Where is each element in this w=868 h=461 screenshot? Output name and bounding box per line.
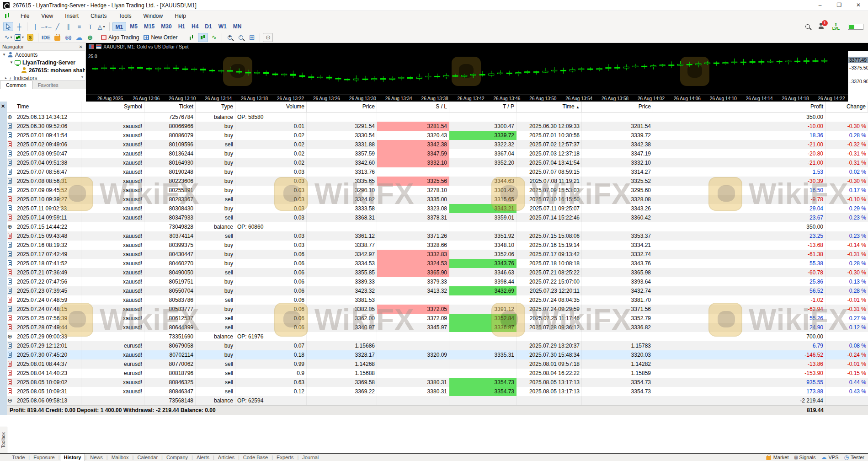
trade-row[interactable]: 2025.08.05 10:09:02xauusd!80846325sell0.… <box>0 378 868 387</box>
status-signals[interactable]: (ıı)Signals <box>794 455 815 460</box>
trade-row[interactable]: 2025.07.17 07:42:49xauusd!80430447buy0.0… <box>0 250 868 259</box>
tile-windows-button[interactable]: ⊞ <box>247 33 257 42</box>
new-order-button[interactable]: + New Order <box>144 33 181 42</box>
crosshair-tool-button[interactable]: ┼ <box>14 22 24 31</box>
col-close-time[interactable]: Time ▲ <box>517 102 582 112</box>
tab-experts[interactable]: Experts <box>273 454 297 461</box>
col-price[interactable]: Price <box>307 102 377 112</box>
col-ticket[interactable]: Ticket <box>144 102 196 112</box>
trade-row[interactable]: 2025.07.04 09:51:38xauusd!80164930buy0.0… <box>0 158 868 167</box>
deposit-button[interactable]: $ <box>25 33 35 42</box>
signals-button[interactable]: ((o)) <box>63 33 73 42</box>
toolbox-side-tab[interactable]: Toolbox <box>0 427 7 453</box>
balance-row[interactable]: 2025.07.15 14:44:22⊕73049828balanceOP: 6… <box>0 222 868 231</box>
vertical-line-tool-button[interactable]: ∣ <box>30 22 40 31</box>
trade-row[interactable]: 2025.07.14 09:59:11xauusd!80347933sell0.… <box>0 213 868 222</box>
trade-row[interactable]: 2025.07.18 07:41:52xauusd!80460270buy0.0… <box>0 259 868 268</box>
trade-row[interactable]: 2025.07.21 07:36:49xauusd!80490050sell0.… <box>0 268 868 277</box>
zoom-in-button[interactable]: + <box>225 33 235 42</box>
timeframe-m5-button[interactable]: M5 <box>127 22 140 31</box>
trade-row[interactable]: 2025.07.24 07:48:15xauusd!80583777buy0.0… <box>0 305 868 314</box>
menu-item-file[interactable]: File <box>15 11 35 21</box>
scroll-down-icon[interactable]: ▼ <box>80 75 84 79</box>
one-click-trading-icon[interactable] <box>96 44 101 49</box>
tab-code-base[interactable]: Code Base <box>240 454 272 461</box>
trade-row[interactable]: 2025.07.11 09:02:33xauusd!80308430buy0.0… <box>0 204 868 213</box>
text-tool-button[interactable]: T <box>85 22 96 31</box>
chart-window[interactable]: XAUUSD!, M1: Gold vs US Dollar / Spot 25… <box>86 43 868 102</box>
level-up-button[interactable]: ⇧LVL <box>832 23 840 30</box>
navigator-close-icon[interactable]: ✕ <box>79 44 83 49</box>
col-symbol[interactable]: Symbol <box>81 102 144 112</box>
chart-line-mode-button[interactable]: ∿▾ <box>3 33 13 42</box>
menu-item-window[interactable]: Window <box>138 11 169 21</box>
profile-button[interactable]: 1 <box>818 22 824 31</box>
trade-row[interactable]: 2025.07.22 07:47:56xauusd!80519751buy0.0… <box>0 277 868 286</box>
trade-row[interactable]: 2025.07.25 07:56:39xauusd!80612537sell0.… <box>0 314 868 323</box>
tree-collapse-icon[interactable]: ▼ <box>2 53 6 57</box>
trade-row[interactable]: 2025.07.02 09:49:06xauusd!80109596sell0.… <box>0 140 868 149</box>
tab-calendar[interactable]: Calendar <box>133 454 161 461</box>
menu-item-view[interactable]: View <box>35 11 59 21</box>
tab-news[interactable]: News <box>86 454 107 461</box>
close-history-button[interactable]: ✕ <box>1 103 5 109</box>
sidebar-item-account[interactable]: 267615: mohsen shah <box>0 66 85 74</box>
price-scale[interactable]: 3377.49 3375.50 3370.90 <box>848 51 868 102</box>
candlestick-plot[interactable] <box>86 43 848 95</box>
minimize-button[interactable]: – <box>810 0 830 11</box>
trade-row[interactable]: 2025.06.30 09:52:06xauusd!80066966buy0.0… <box>0 122 868 131</box>
trade-row[interactable]: 2025.07.29 12:12:01eurusd!80679058buy0.0… <box>0 341 868 350</box>
tab-journal[interactable]: Journal <box>298 454 322 461</box>
menu-item-insert[interactable]: Insert <box>59 11 85 21</box>
line-chart-mode-button[interactable]: ∿ <box>209 33 219 42</box>
trade-row[interactable]: 2025.08.01 08:44:37eurusd!80770062sell0.… <box>0 359 868 369</box>
zoom-out-button[interactable]: - <box>236 33 246 42</box>
trade-row[interactable]: 2025.08.04 14:40:23eurusd!80818796sell0.… <box>0 369 868 378</box>
tab-company[interactable]: Company <box>163 454 192 461</box>
vps-button[interactable]: ☁ <box>74 33 84 42</box>
sidebar-item-server[interactable]: ▼ LiyanTrading-Server <box>0 59 85 66</box>
col-sl[interactable]: S / L <box>377 102 449 112</box>
restore-button[interactable]: ❐ <box>830 0 849 11</box>
col-change[interactable]: Change <box>825 102 868 112</box>
shapes-tool-button[interactable]: ◬▾ <box>96 22 107 31</box>
menu-item-help[interactable]: Help <box>169 11 192 21</box>
trade-row[interactable]: 2025.07.10 09:39:27xauusd!80283367sell0.… <box>0 195 868 204</box>
cursor-tool-button[interactable] <box>3 22 13 31</box>
menu-item-tools[interactable]: Tools <box>113 11 138 21</box>
menu-item-charts[interactable]: Charts <box>85 11 112 21</box>
col-time[interactable]: Time <box>7 102 81 112</box>
tab-history[interactable]: History <box>60 454 85 461</box>
trade-row[interactable]: 2025.07.28 07:49:44xauusd!80644399sell0.… <box>0 323 868 332</box>
trade-row[interactable]: 2025.07.01 09:41:54xauusd!80086079buy0.0… <box>0 131 868 140</box>
market-button[interactable] <box>52 33 62 42</box>
sidebar-item-accounts[interactable]: ▼ Accounts <box>0 51 85 59</box>
tab-favorites[interactable]: Favorites <box>32 81 64 89</box>
trade-row[interactable]: 2025.07.08 08:56:31xauusd!80223606buy0.0… <box>0 177 868 186</box>
trade-row[interactable]: 2025.07.07 08:56:47xauusd!80190248buy0.0… <box>0 167 868 177</box>
col-tp[interactable]: T / P <box>449 102 517 112</box>
trade-row[interactable]: 2025.07.30 07:45:20xauusd!80702114buy0.1… <box>0 350 868 359</box>
trade-row[interactable]: 2025.07.03 09:50:47xauusd!80136244buy0.0… <box>0 149 868 158</box>
timeframe-m30-button[interactable]: M30 <box>158 22 174 31</box>
balance-row[interactable]: 2025.07.29 09:00:33⊕73351690balanceOP: 6… <box>0 332 868 341</box>
trade-row[interactable]: 2025.08.05 10:09:31xauusd!80846347sell0.… <box>0 387 868 396</box>
tab-exposure[interactable]: Exposure <box>30 454 58 461</box>
trade-row[interactable]: 2025.07.16 08:19:32xauusd!80399375buy0.0… <box>0 241 868 250</box>
status-market[interactable]: Market <box>766 454 789 461</box>
tab-common[interactable]: Common <box>0 80 32 89</box>
trade-row[interactable]: 2025.07.09 09:45:52xauusd!80255891buy0.0… <box>0 186 868 195</box>
time-axis[interactable]: 26 Aug 202526 Aug 13:0626 Aug 13:1026 Au… <box>86 95 848 102</box>
channel-tool-button[interactable]: ∥ <box>64 22 74 31</box>
trade-row[interactable]: 2025.07.24 07:48:59xauusd!80583786sell0.… <box>0 295 868 305</box>
col-close-price[interactable]: Price <box>582 102 653 112</box>
timeframe-m1-button[interactable]: M1 <box>112 22 127 31</box>
col-volume[interactable]: Volume <box>235 102 307 112</box>
depth-of-market-icon[interactable] <box>89 44 94 49</box>
candlestick-mode-button[interactable] <box>198 33 208 42</box>
trendline-tool-button[interactable]: ╱ <box>53 22 63 31</box>
equidistant-lines-tool-button[interactable]: ≡ <box>75 22 85 31</box>
timeframe-m15-button[interactable]: M15 <box>141 22 157 31</box>
timeframe-h1-button[interactable]: H1 <box>176 22 188 31</box>
search-icon[interactable] <box>805 24 810 29</box>
